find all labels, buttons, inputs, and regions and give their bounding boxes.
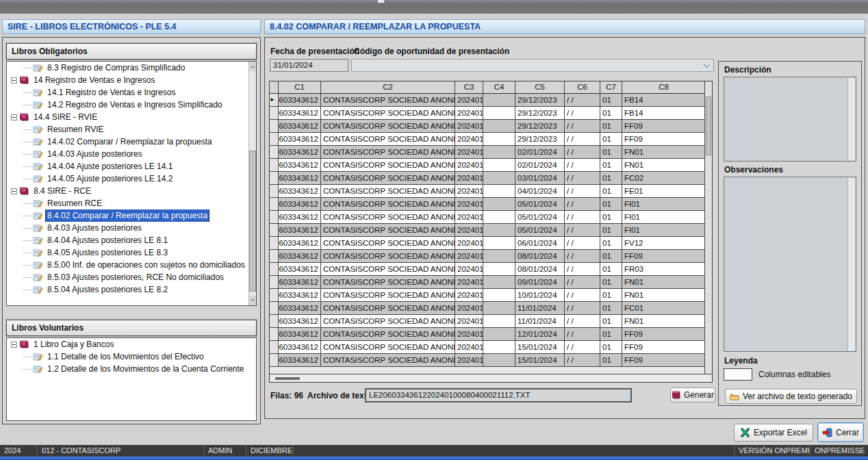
grid-cell[interactable]: CONTASISCORP SOCIEDAD ANONIMA C <box>321 159 455 171</box>
tree-item[interactable]: 14.4.05 Ajuste posteriores LE 14.2 <box>7 172 256 185</box>
grid-cell[interactable]: / / <box>565 172 600 184</box>
grid-cell[interactable]: CONTASISCORP SOCIEDAD ANONIMA C <box>321 172 455 184</box>
grid-cell[interactable]: 01 <box>600 302 622 314</box>
grid-cell[interactable]: / / <box>565 198 600 210</box>
row-selector[interactable] <box>270 250 279 262</box>
grid-cell[interactable]: 202401 <box>455 211 483 223</box>
grid-cell[interactable]: 05/01/2024 <box>515 211 565 223</box>
grid-cell[interactable] <box>483 94 515 106</box>
grid-cell[interactable]: / / <box>565 185 600 197</box>
grid-column-header[interactable]: C5 <box>515 81 565 93</box>
grid-cell[interactable]: / / <box>565 120 600 132</box>
grid-column-header[interactable]: C7 <box>600 81 622 93</box>
grid-cell[interactable]: 202401 <box>455 354 483 366</box>
grid-cell[interactable]: / / <box>565 211 600 223</box>
grid-cell[interactable]: 04/01/2024 <box>515 185 565 197</box>
grid-row[interactable]: 20603343612CONTASISCORP SOCIEDAD ANONIMA… <box>270 276 712 289</box>
grid-cell[interactable] <box>483 172 515 184</box>
grid-cell[interactable]: / / <box>565 276 600 288</box>
grid-cell[interactable]: 202401 <box>455 133 483 145</box>
grid-cell[interactable]: 202401 <box>455 289 483 301</box>
grid-cell[interactable]: 20603343612 <box>279 302 321 314</box>
row-selector[interactable] <box>270 341 279 353</box>
tree-item[interactable]: 8.5.00 Inf. de operaciones con sujetos n… <box>7 259 256 271</box>
grid-cell[interactable]: 01 <box>600 328 622 340</box>
grid-cell[interactable] <box>483 107 515 119</box>
row-selector[interactable] <box>270 146 279 158</box>
grid-cell[interactable]: 20603343612 <box>279 172 321 184</box>
grid-cell[interactable]: / / <box>565 133 600 145</box>
grid-cell[interactable] <box>483 146 515 158</box>
grid-cell[interactable]: FR03 <box>622 263 706 275</box>
grid-column-header[interactable]: C1 <box>279 81 321 93</box>
grid-cell[interactable]: 01 <box>600 133 622 145</box>
grid-cell[interactable]: / / <box>565 341 600 353</box>
tree-scrollbar[interactable]: ▲ ▼ <box>248 62 256 305</box>
row-selector[interactable] <box>270 354 279 366</box>
row-selector[interactable] <box>270 211 279 223</box>
grid-cell[interactable]: 20603343612 <box>279 133 321 145</box>
grid-row[interactable]: 20603343612CONTASISCORP SOCIEDAD ANONIMA… <box>270 211 712 224</box>
grid-cell[interactable]: 10/01/2024 <box>515 289 565 301</box>
grid-cell[interactable] <box>483 289 515 301</box>
grid-cell[interactable]: 01 <box>600 159 622 171</box>
grid-cell[interactable]: 202401 <box>455 146 483 158</box>
tree-item[interactable]: 8.4.02 Comparar / Reemplazar la propuest… <box>7 209 256 222</box>
row-selector[interactable] <box>270 159 279 171</box>
grid-cell[interactable]: 08/01/2024 <box>515 250 565 262</box>
observaciones-textarea[interactable] <box>724 177 856 352</box>
tree-item[interactable]: 8.5.03 Ajustes posteriores, RCE No domic… <box>7 271 256 283</box>
grid-column-header[interactable]: C8 <box>622 81 706 93</box>
grid-cell[interactable]: 20603343612 <box>279 224 321 236</box>
grid-cell[interactable]: 01 <box>600 211 622 223</box>
row-selector[interactable] <box>270 172 279 184</box>
grid-cell[interactable]: 15/01/2024 <box>515 354 565 366</box>
grid-cell[interactable]: 06/01/2024 <box>515 237 565 249</box>
grid-cell[interactable] <box>483 250 515 262</box>
grid-cell[interactable]: 20603343612 <box>279 276 321 288</box>
grid-row[interactable]: 20603343612CONTASISCORP SOCIEDAD ANONIMA… <box>270 302 712 315</box>
grid-cell[interactable]: FN01 <box>622 159 706 171</box>
grid-cell[interactable]: 20603343612 <box>279 211 321 223</box>
grid-cell[interactable]: FC01 <box>622 302 706 314</box>
tree-item[interactable]: 14.4.02 Comparar / Reemplazar la propues… <box>7 136 256 148</box>
grid-cell[interactable]: 20603343612 <box>279 237 321 249</box>
descripcion-textarea[interactable] <box>724 77 856 162</box>
grid-cell[interactable]: 20603343612 <box>279 146 321 158</box>
tree-item[interactable]: 14.4.04 Ajuste posteriores LE 14.1 <box>7 160 256 172</box>
grid-cell[interactable] <box>483 276 515 288</box>
tree-item[interactable]: 8.5.04 Ajustes posteriores LE 8.2 <box>7 283 256 296</box>
grid-cell[interactable]: 01 <box>600 250 622 262</box>
row-selector[interactable] <box>270 224 279 236</box>
grid-cell[interactable]: FI01 <box>622 198 706 210</box>
grid-row[interactable]: 20603343612CONTASISCORP SOCIEDAD ANONIMA… <box>270 120 712 133</box>
scroll-up-button[interactable]: ▲ <box>249 62 256 71</box>
tree-expander-minus[interactable] <box>11 188 17 194</box>
grid-row[interactable]: 20603343612CONTASISCORP SOCIEDAD ANONIMA… <box>270 172 712 185</box>
row-selector[interactable] <box>270 237 279 249</box>
grid-cell[interactable]: / / <box>565 146 600 158</box>
grid-cell[interactable]: 01 <box>600 354 622 366</box>
grid-cell[interactable]: CONTASISCORP SOCIEDAD ANONIMA C <box>321 263 455 275</box>
grid-cell[interactable]: CONTASISCORP SOCIEDAD ANONIMA C <box>321 341 455 353</box>
archivo-texto-field[interactable]: LE2060334361220240100080400021112.TXT <box>365 388 632 402</box>
grid-cell[interactable]: 05/01/2024 <box>515 224 565 236</box>
grid-cell[interactable]: 20603343612 <box>279 159 321 171</box>
grid-row[interactable]: 20603343612CONTASISCORP SOCIEDAD ANONIMA… <box>270 250 712 263</box>
grid-cell[interactable]: 20603343612 <box>279 250 321 262</box>
grid-cell[interactable]: 01 <box>600 315 622 327</box>
grid-cell[interactable]: / / <box>565 354 600 366</box>
grid-cell[interactable]: FF09 <box>622 341 706 353</box>
grid-cell[interactable]: CONTASISCORP SOCIEDAD ANONIMA C <box>321 185 455 197</box>
grid-cell[interactable]: / / <box>565 224 600 236</box>
grid-cell[interactable]: 202401 <box>455 250 483 262</box>
grid-cell[interactable] <box>483 211 515 223</box>
grid-cell[interactable] <box>483 133 515 145</box>
grid-cell[interactable]: 20603343612 <box>279 263 321 275</box>
tree-expander-minus[interactable] <box>11 77 17 84</box>
tree-item[interactable]: 14.4.03 Ajuste posteriores <box>7 148 256 160</box>
grid-cell[interactable]: 03/01/2024 <box>515 172 565 184</box>
grid-cell[interactable]: CONTASISCORP SOCIEDAD ANONIMA C <box>321 302 455 314</box>
grid-cell[interactable]: 08/01/2024 <box>515 263 565 275</box>
grid-cell[interactable]: 20603343612 <box>279 289 321 301</box>
